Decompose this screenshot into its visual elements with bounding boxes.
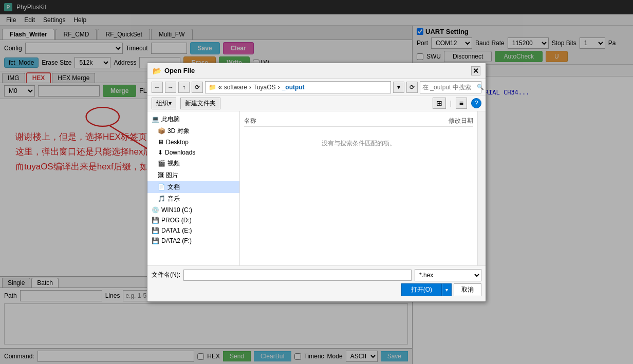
open-dropdown-button[interactable]: ▾: [442, 283, 452, 296]
dialog-body: 💻 此电脑 📦 3D 对象 🖥 Desktop ⬇ Downloads 🎬: [147, 111, 486, 265]
file-list-header: 名称 修改日期: [244, 116, 473, 127]
nav-reload-button[interactable]: ⟳: [406, 82, 418, 93]
dialog-icon: 📂: [153, 67, 161, 75]
tree-item-music[interactable]: 🎵 音乐: [147, 193, 239, 205]
tree-item-pictures[interactable]: 🖼 图片: [147, 169, 239, 181]
nav-back-button[interactable]: ←: [152, 82, 163, 93]
view-list-button[interactable]: ≡: [456, 98, 467, 109]
col-name[interactable]: 名称: [244, 117, 412, 125]
dialog-footer: 文件名(N): *.hex 打开(O) ▾ 取消: [147, 265, 486, 301]
pictures-icon: 🖼: [158, 171, 164, 179]
path-part-tuyaos[interactable]: TuyaOS: [253, 84, 276, 91]
search-input[interactable]: [420, 82, 477, 93]
open-file-dialog: 📂 Open File ✕ ← → ↑ ⟳ 📁 « software › Tuy…: [147, 63, 486, 302]
cancel-button[interactable]: 取消: [454, 283, 481, 296]
open-btn-group: 打开(O) ▾: [401, 283, 452, 296]
nav-path-dropdown[interactable]: ▾: [393, 82, 404, 93]
col-date[interactable]: 修改日期: [412, 117, 473, 125]
dialog-overlay: 📂 Open File ✕ ← → ↑ ⟳ 📁 « software › Tuy…: [0, 0, 633, 364]
tree-item-downloads[interactable]: ⬇ Downloads: [147, 147, 239, 158]
tree-item-data2[interactable]: 💾 DATA2 (F:): [147, 236, 239, 246]
nav-forward-button[interactable]: →: [165, 82, 176, 93]
tree-item-win10[interactable]: 💿 WIN10 (C:): [147, 205, 239, 215]
downloads-icon: ⬇: [158, 149, 163, 156]
tree-item-3d[interactable]: 📦 3D 对象: [147, 125, 239, 137]
path-icon: 📁: [209, 84, 216, 91]
open-button[interactable]: 打开(O): [401, 283, 442, 296]
dialog-toolbar: 组织▾ 新建文件夹 ⊞ | ≡ ?: [147, 96, 486, 111]
music-icon: 🎵: [158, 195, 165, 202]
nav-up-button[interactable]: ↑: [178, 82, 190, 93]
view-separator: |: [450, 100, 452, 107]
tree-item-data1[interactable]: 💾 DATA1 (E:): [147, 225, 239, 236]
tree-item-desktop[interactable]: 🖥 Desktop: [147, 137, 239, 147]
tree-item-documents[interactable]: 📄 文档: [147, 181, 239, 193]
file-tree: 💻 此电脑 📦 3D 对象 🖥 Desktop ⬇ Downloads 🎬: [147, 111, 240, 265]
path-bar: 📁 « software › TuyaOS › _output: [205, 81, 391, 93]
empty-message: 没有与搜索条件匹配的项。: [244, 129, 473, 158]
scrollbar[interactable]: [477, 111, 486, 265]
nav-refresh-button[interactable]: ⟳: [192, 82, 203, 93]
desktop-icon: 🖥: [158, 139, 164, 146]
prog-icon: 💾: [152, 217, 159, 224]
filename-label: 文件名(N):: [152, 271, 180, 279]
search-icon: 🔍: [477, 84, 484, 90]
video-icon: 🎬: [158, 160, 165, 167]
tree-item-video[interactable]: 🎬 视频: [147, 158, 239, 169]
data1-icon: 💾: [152, 227, 159, 234]
help-button[interactable]: ?: [471, 98, 481, 108]
documents-icon: 📄: [158, 183, 165, 190]
file-list: 名称 修改日期 没有与搜索条件匹配的项。: [240, 111, 477, 265]
tree-item-computer[interactable]: 💻 此电脑: [147, 113, 239, 125]
dialog-close-button[interactable]: ✕: [471, 66, 480, 75]
search-box: 🔍: [420, 81, 481, 93]
tree-item-prog[interactable]: 💾 PROG (D:): [147, 215, 239, 225]
path-separator-1: «: [218, 84, 222, 91]
filetype-select[interactable]: *.hex: [415, 269, 481, 281]
data2-icon: 💾: [152, 237, 159, 244]
3d-icon: 📦: [158, 127, 165, 135]
path-part-output[interactable]: _output: [282, 84, 305, 91]
organize-button[interactable]: 组织▾: [152, 98, 176, 109]
path-part-software[interactable]: software: [224, 84, 247, 91]
filename-input[interactable]: [183, 270, 412, 281]
view-icons-button[interactable]: ⊞: [433, 98, 446, 109]
dialog-title-text: Open File: [164, 67, 195, 74]
new-folder-button[interactable]: 新建文件夹: [180, 98, 220, 109]
computer-icon: 💻: [152, 116, 159, 123]
dialog-nav-bar: ← → ↑ ⟳ 📁 « software › TuyaOS › _output …: [147, 79, 486, 96]
win10-icon: 💿: [152, 206, 159, 214]
dialog-title-bar: 📂 Open File ✕: [147, 63, 486, 79]
